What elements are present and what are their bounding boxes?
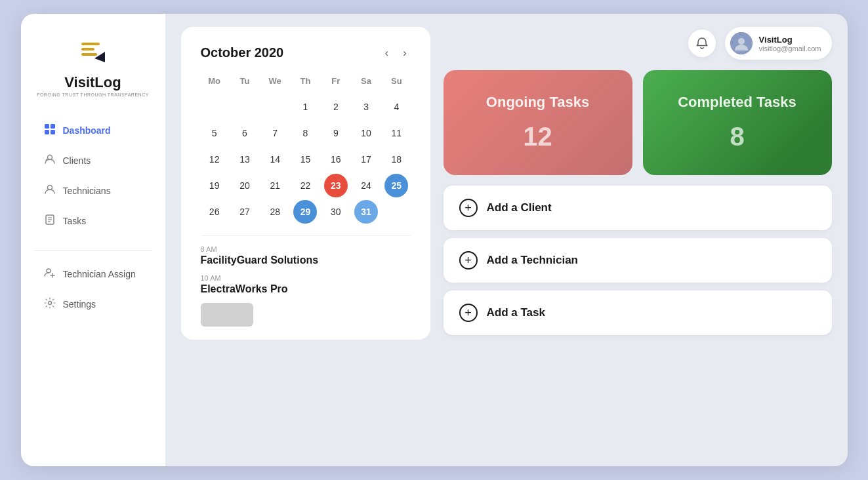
add-technician-button[interactable]: + Add a Technician — [444, 238, 832, 283]
svg-point-18 — [48, 302, 51, 305]
event-name-2: ElectraWorks Pro — [201, 283, 411, 295]
technicians-icon — [43, 184, 56, 198]
cal-day-17[interactable]: 17 — [354, 148, 378, 171]
user-info: VisitLog visitlog@gmail.com — [759, 35, 821, 52]
actions-column: + Add a Client + Add a Technician + Add … — [444, 186, 832, 335]
cal-day-8[interactable]: 8 — [293, 121, 317, 145]
cal-day-22[interactable]: 22 — [293, 174, 317, 197]
user-email: visitlog@gmail.com — [759, 45, 821, 52]
sidebar-item-technician-assign[interactable]: Technician Assign — [34, 260, 152, 288]
svg-rect-2 — [81, 48, 94, 50]
cal-day-16[interactable]: 16 — [324, 148, 348, 171]
svg-point-15 — [47, 269, 51, 273]
cal-day-24[interactable]: 24 — [354, 174, 378, 197]
technician-assign-icon — [43, 267, 56, 281]
cal-day-20[interactable]: 20 — [233, 174, 257, 197]
dashboard-icon — [43, 123, 56, 138]
cal-day-27[interactable]: 27 — [233, 200, 257, 224]
calendar-month: October 2020 — [201, 45, 284, 60]
nav-divider — [34, 250, 152, 251]
cal-day-5[interactable]: 5 — [203, 121, 226, 145]
cal-day-21[interactable]: 21 — [263, 174, 287, 197]
svg-point-20 — [738, 38, 745, 45]
tasks-icon — [43, 214, 56, 228]
cal-day-30[interactable]: 30 — [324, 200, 348, 224]
cal-day-14[interactable]: 14 — [263, 148, 287, 171]
sidebar-item-technicians[interactable]: Technicians — [34, 177, 152, 205]
cal-day-6[interactable]: 6 — [233, 121, 257, 145]
cal-day-4[interactable]: 4 — [384, 95, 408, 119]
event-time-2: 10 AM — [201, 274, 411, 282]
settings-icon — [43, 297, 56, 311]
cal-day-19[interactable]: 19 — [203, 174, 226, 197]
cal-day-18[interactable]: 18 — [384, 148, 408, 171]
sidebar-item-clients-label: Clients — [63, 155, 91, 166]
sidebar-item-settings-label: Settings — [63, 299, 96, 310]
sidebar: VisitLog Forging Trust Through Transpare… — [21, 14, 165, 466]
day-header-su: Su — [382, 73, 410, 92]
add-task-button[interactable]: + Add a Task — [444, 290, 832, 335]
svg-rect-3 — [81, 53, 97, 56]
sidebar-item-settings[interactable]: Settings — [34, 290, 152, 318]
logo-tagline: Forging Trust Through Transparency — [37, 92, 149, 97]
sidebar-item-dashboard[interactable]: Dashboard — [34, 117, 152, 144]
top-row: October 2020 ‹ › Mo Tu We Th Fr Sa Su — [181, 27, 832, 340]
add-client-button[interactable]: + Add a Client — [444, 186, 832, 230]
day-header-we: We — [261, 73, 289, 92]
svg-rect-0 — [75, 33, 112, 70]
stat-label-ongoing: Ongoing Tasks — [486, 94, 589, 111]
cal-day-29-highlight[interactable]: 29 — [293, 200, 317, 224]
cal-day-12[interactable]: 12 — [203, 148, 226, 171]
svg-rect-5 — [45, 124, 49, 129]
right-panel: VisitLog visitlog@gmail.com Ongoing Task… — [444, 27, 832, 335]
sidebar-item-clients[interactable]: Clients — [34, 147, 152, 174]
cal-day-3[interactable]: 3 — [354, 95, 378, 119]
calendar-prev-button[interactable]: ‹ — [381, 46, 392, 60]
app-container: VisitLog Forging Trust Through Transpare… — [21, 14, 848, 466]
cal-day-31-highlight[interactable]: 31 — [354, 200, 378, 224]
event-item-1: 8 AM FacilityGuard Solutions — [201, 245, 411, 266]
cal-day-13[interactable]: 13 — [233, 148, 257, 171]
events-section: 8 AM FacilityGuard Solutions 10 AM Elect… — [201, 235, 411, 327]
logo-name: VisitLog — [64, 74, 121, 91]
nav-main: Dashboard Clients Technicians Tasks — [34, 117, 152, 235]
cal-day-26[interactable]: 26 — [203, 200, 226, 224]
day-header-mo: Mo — [201, 73, 228, 92]
cal-day-10[interactable]: 10 — [354, 121, 378, 145]
stat-card-completed: Completed Tasks 8 — [643, 70, 832, 175]
cal-day-2[interactable]: 2 — [324, 95, 348, 119]
logo-icon — [75, 33, 112, 70]
calendar-nav: ‹ › — [381, 46, 411, 60]
sidebar-item-tasks[interactable]: Tasks — [34, 207, 152, 235]
user-name: VisitLog — [759, 35, 821, 45]
header-bar: VisitLog visitlog@gmail.com — [444, 27, 832, 60]
cal-day-15[interactable]: 15 — [293, 148, 317, 171]
cal-day-25-highlight[interactable]: 25 — [384, 174, 408, 197]
cal-day-7[interactable]: 7 — [263, 121, 287, 145]
avatar-image — [730, 32, 753, 54]
event-time-1: 8 AM — [201, 245, 411, 253]
stat-value-completed: 8 — [730, 122, 744, 151]
add-technician-plus-icon: + — [459, 251, 478, 270]
event-name-1: FacilityGuard Solutions — [201, 254, 411, 266]
cal-day-23-today[interactable]: 23 — [324, 174, 348, 197]
svg-rect-1 — [81, 43, 100, 45]
sidebar-item-tasks-label: Tasks — [63, 216, 87, 226]
calendar-grid: Mo Tu We Th Fr Sa Su 1 2 3 4 — [201, 73, 411, 224]
add-client-label: Add a Client — [487, 201, 552, 214]
cal-day-1[interactable]: 1 — [293, 95, 317, 119]
calendar-next-button[interactable]: › — [399, 46, 410, 60]
user-card: VisitLog visitlog@gmail.com — [725, 27, 832, 60]
event-placeholder — [201, 303, 253, 327]
stat-value-ongoing: 12 — [523, 122, 552, 151]
notification-bell-button[interactable] — [688, 30, 716, 57]
cal-day-11[interactable]: 11 — [384, 121, 408, 145]
main-content: October 2020 ‹ › Mo Tu We Th Fr Sa Su — [165, 14, 848, 466]
cal-day-9[interactable]: 9 — [324, 121, 348, 145]
sidebar-item-technician-assign-label: Technician Assign — [63, 269, 136, 279]
cal-day-28[interactable]: 28 — [263, 200, 287, 224]
day-header-sa: Sa — [352, 73, 380, 92]
event-item-2: 10 AM ElectraWorks Pro — [201, 274, 411, 295]
calendar-header: October 2020 ‹ › — [201, 45, 411, 60]
day-header-th: Th — [291, 73, 319, 92]
